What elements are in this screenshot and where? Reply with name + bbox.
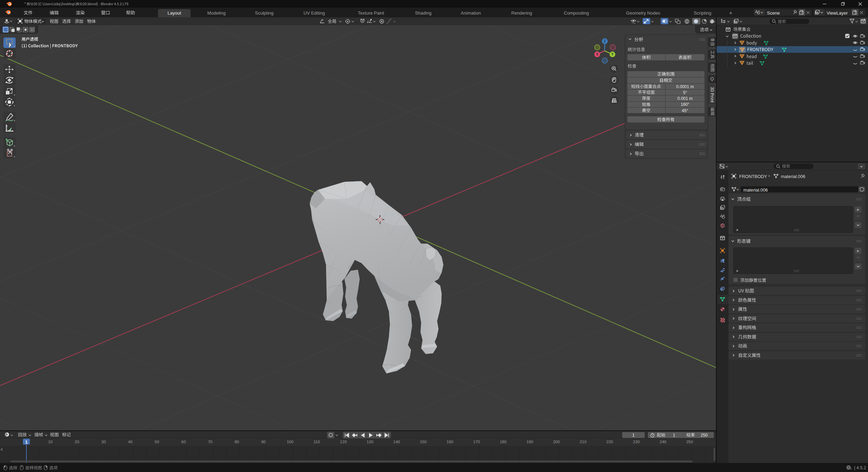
svg-text:Y: Y: [611, 52, 614, 56]
svg-text:X: X: [596, 52, 598, 56]
svg-text:Z: Z: [604, 39, 606, 43]
